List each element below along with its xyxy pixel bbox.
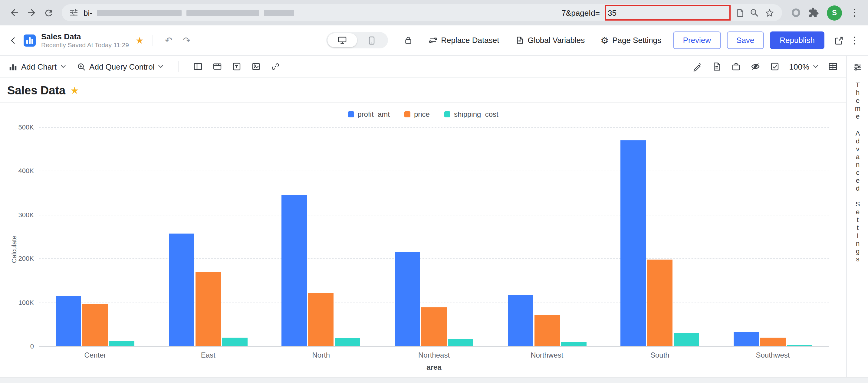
bar-shipping_cost[interactable] [109, 341, 135, 346]
add-query-control-label: Add Query Control [89, 62, 154, 71]
image-widget-button[interactable] [251, 62, 261, 71]
style-settings-button[interactable] [852, 62, 862, 72]
bar-price[interactable] [308, 293, 334, 346]
bar-profit_amt[interactable] [56, 296, 82, 346]
grid-view-button[interactable] [828, 62, 838, 71]
share-button[interactable] [834, 35, 844, 45]
favorite-star-icon[interactable]: ★ [135, 36, 144, 45]
chevron-down-icon [813, 65, 818, 68]
undo-button[interactable]: ↶ [162, 36, 175, 45]
desktop-mode-button[interactable] [327, 33, 357, 47]
lock-icon[interactable] [403, 36, 412, 45]
bar-shipping_cost[interactable] [561, 342, 586, 346]
legend-item-shipping_cost[interactable]: shipping_cost [444, 110, 498, 119]
replace-dataset-button[interactable]: Replace Dataset [428, 36, 499, 45]
tab-advanced-settings[interactable]: Advanced Settings [854, 129, 861, 263]
bar-shipping_cost[interactable] [335, 338, 361, 346]
bar-profit_amt[interactable] [620, 140, 646, 346]
phone-icon [369, 36, 375, 44]
save-button[interactable]: Save [727, 31, 764, 49]
dashboard-favorite-star-icon[interactable]: ★ [70, 86, 79, 96]
todo-check-button[interactable] [770, 62, 780, 71]
mobile-mode-button[interactable] [357, 33, 386, 47]
browser-back-button[interactable] [6, 4, 23, 21]
redo-button[interactable]: ↷ [180, 36, 193, 45]
url-highlighted-value: 35 [608, 8, 617, 17]
bookmark-star-icon[interactable] [765, 7, 775, 18]
bar-shipping_cost[interactable] [674, 333, 699, 346]
beautify-button[interactable] [692, 62, 702, 71]
text-icon [232, 62, 242, 71]
device-mode-toggle[interactable] [326, 32, 388, 49]
x-tick-label: Northwest [491, 351, 603, 359]
legend-item-price[interactable]: price [404, 110, 430, 119]
bar-group-southwest [716, 127, 829, 346]
address-bar[interactable]: bi- 7&pageId= 35 [62, 4, 782, 21]
link-widget-button[interactable] [271, 62, 280, 71]
header-menu-kebab-icon[interactable]: ⋮ [850, 35, 860, 45]
editor-column: Add Chart Add Query Control [0, 56, 846, 377]
bar-profit_amt[interactable] [282, 195, 307, 346]
toolbar-right-group: 100% [692, 62, 838, 71]
y-axis-title: Calculate [10, 235, 18, 263]
main-area: Add Chart Add Query Control [0, 56, 868, 377]
browser-forward-button[interactable] [23, 4, 40, 21]
browser-toolbar: bi- 7&pageId= 35 S ⋮ [0, 0, 868, 25]
tab-widget-button[interactable] [213, 62, 222, 71]
bar-group-east [152, 127, 265, 346]
browser-menu-kebab-icon[interactable]: ⋮ [850, 8, 860, 18]
add-query-control-icon [76, 62, 86, 71]
extensions-puzzle-icon[interactable] [808, 7, 819, 18]
watermark-button[interactable] [751, 62, 760, 71]
chart-widget[interactable]: Calculate 0100K200K300K400K500K CenterEa… [39, 127, 829, 372]
bar-price[interactable] [83, 304, 108, 346]
bar-shipping_cost[interactable] [448, 339, 473, 346]
republish-button[interactable]: Republish [770, 31, 825, 49]
global-variables-label: Global Variables [528, 36, 585, 45]
global-variables-icon [515, 36, 524, 45]
open-share-icon [834, 35, 844, 45]
bar-price[interactable] [534, 316, 560, 346]
back-chevron-icon[interactable] [8, 35, 18, 45]
bar-group-northwest [491, 127, 603, 346]
bar-profit_amt[interactable] [169, 233, 194, 346]
preview-button[interactable]: Preview [673, 31, 721, 49]
zoom-level-select[interactable]: 100% [789, 62, 819, 71]
reload-icon [43, 7, 54, 18]
monitor-icon [337, 36, 346, 44]
address-bar-action-icon[interactable] [736, 8, 745, 17]
text-widget-button[interactable] [232, 62, 242, 71]
gridline [39, 346, 829, 347]
bar-price[interactable] [760, 338, 786, 346]
add-chart-icon [8, 62, 18, 71]
zoom-out-icon[interactable] [749, 7, 760, 18]
add-chart-button[interactable]: Add Chart [8, 62, 66, 71]
bar-shipping_cost[interactable] [787, 345, 812, 346]
bar-profit_amt[interactable] [734, 332, 759, 346]
global-variables-button[interactable]: Global Variables [515, 36, 585, 45]
bar-price[interactable] [647, 259, 673, 346]
gear-icon: ⚙ [600, 36, 609, 45]
page-settings-button[interactable]: ⚙ Page Settings [600, 36, 661, 45]
report-button[interactable] [712, 62, 721, 71]
toolbox-button[interactable] [731, 62, 741, 71]
bar-group-center [39, 127, 152, 346]
x-tick-label: Northeast [377, 351, 490, 359]
tab-icon [213, 62, 222, 71]
legend-item-profit_amt[interactable]: profit_amt [348, 110, 390, 119]
add-query-control-button[interactable]: Add Query Control [76, 62, 163, 71]
tab-theme[interactable]: Theme [854, 81, 861, 120]
browser-reload-button[interactable] [40, 4, 57, 21]
chart-legend: profit_amtpriceshipping_cost [0, 109, 846, 120]
bar-profit_amt[interactable] [507, 295, 533, 346]
extension-icon[interactable] [792, 8, 800, 17]
bar-groups [39, 127, 829, 346]
bar-shipping_cost[interactable] [222, 337, 248, 346]
container-widget-button[interactable] [193, 62, 203, 71]
browser-actions: S ⋮ [787, 5, 862, 20]
x-axis-title: area [39, 363, 829, 372]
bar-price[interactable] [421, 308, 447, 346]
bar-profit_amt[interactable] [395, 252, 420, 346]
profile-avatar[interactable]: S [827, 5, 842, 20]
bar-price[interactable] [195, 273, 221, 346]
